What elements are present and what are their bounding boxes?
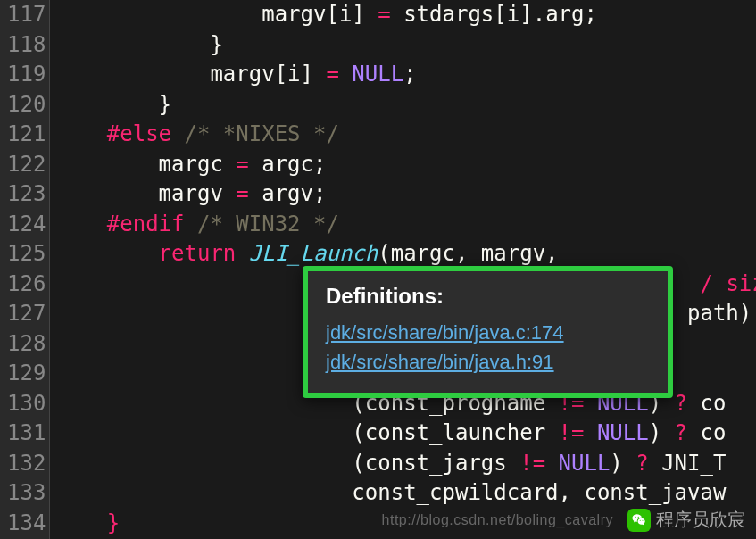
line-number: 122 xyxy=(7,150,38,180)
line-number: 123 xyxy=(7,179,38,210)
line-number: 121 xyxy=(7,120,38,150)
code-line[interactable]: margv[i] = stdargs[i].arg; xyxy=(55,0,756,30)
line-gutter: 117 118 119 120 121 122 123 124 125 126 … xyxy=(0,0,50,539)
watermark: 程序员欣宸 xyxy=(627,508,745,532)
line-number: 131 xyxy=(7,419,38,449)
code-line[interactable]: margc = argc; xyxy=(55,150,756,180)
line-number: 132 xyxy=(7,449,38,479)
line-number: 118 xyxy=(7,30,38,61)
line-number: 127 xyxy=(7,299,38,329)
code-line[interactable]: } xyxy=(55,90,756,120)
line-number: 134 xyxy=(7,509,38,539)
code-line[interactable]: (const_launcher != NULL) ? co xyxy=(55,419,756,449)
code-line[interactable]: const_cpwildcard, const_javaw xyxy=(55,478,756,509)
definition-link[interactable]: jdk/src/share/bin/java.c:174 xyxy=(326,318,650,347)
function-call[interactable]: JLI_Launch xyxy=(249,241,378,266)
code-line[interactable]: #else /* *NIXES */ xyxy=(55,120,756,150)
line-number: 124 xyxy=(7,210,38,240)
code-line[interactable]: margv = argv; xyxy=(55,179,756,210)
line-number: 125 xyxy=(7,239,38,270)
code-line[interactable]: } xyxy=(55,30,756,61)
line-number: 133 xyxy=(7,478,38,509)
line-number: 126 xyxy=(7,270,38,300)
code-line[interactable]: (const_jargs != NULL) ? JNI_T xyxy=(55,449,756,479)
code-line[interactable]: return JLI_Launch(margc, margv, xyxy=(55,239,756,270)
code-line[interactable]: #endif /* WIN32 */ xyxy=(55,210,756,240)
line-number: 117 xyxy=(7,0,38,30)
line-number: 120 xyxy=(7,90,38,120)
definitions-tooltip: Definitions: jdk/src/share/bin/java.c:17… xyxy=(303,266,673,398)
line-number: 119 xyxy=(7,60,38,90)
watermark-url: http://blog.csdn.net/boling_cavalry xyxy=(382,512,613,528)
watermark-text: 程序员欣宸 xyxy=(656,508,745,532)
line-number: 129 xyxy=(7,359,38,389)
line-number: 130 xyxy=(7,389,38,419)
code-line[interactable]: margv[i] = NULL; xyxy=(55,60,756,90)
line-number: 128 xyxy=(7,329,38,360)
tooltip-title: Definitions: xyxy=(326,284,650,309)
definition-link[interactable]: jdk/src/share/bin/java.h:91 xyxy=(326,347,650,377)
wechat-icon xyxy=(627,509,651,532)
